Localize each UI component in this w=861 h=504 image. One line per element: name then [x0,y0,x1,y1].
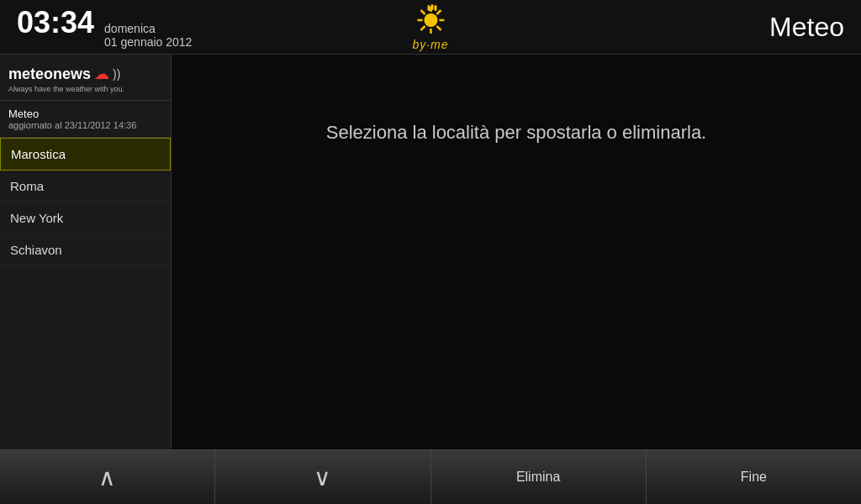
waves-icon: )) [113,67,120,81]
day-name: domenica [104,22,192,35]
location-item-new-york[interactable]: New York [0,202,171,234]
date-section: domenica 01 gennaio 2012 [104,22,192,49]
toolbar: Elimina Fine [0,449,861,504]
brand-name: meteonews [8,66,91,83]
location-list: MarosticaRomaNew YorkSchiavon [0,138,171,266]
clock-display: 03:34 [17,5,94,40]
location-item-marostica[interactable]: Marostica [0,138,171,171]
location-item-schiavon[interactable]: Schiavon [0,234,171,266]
sidebar: meteonews ☁ )) Always have the weather w… [0,55,172,449]
main-area: meteonews ☁ )) Always have the weather w… [0,55,861,449]
sidebar-brand: meteonews ☁ )) Always have the weather w… [0,55,171,101]
svg-line-5 [420,10,425,14]
svg-rect-10 [430,4,433,10]
delete-button[interactable]: Elimina [431,450,647,504]
move-down-button[interactable] [215,450,430,504]
status-updated: aggiornato al 23/11/2012 14:36 [8,120,162,130]
page-title: Meteo [769,12,844,43]
sidebar-status: Meteo aggiornato al 23/11/2012 14:36 [0,101,171,138]
logo-center: by·me [412,3,448,51]
logo-text: by·me [412,38,448,51]
move-up-button[interactable] [0,450,215,504]
delete-label: Elimina [516,470,560,485]
svg-point-0 [424,13,437,27]
chevron-up-icon [98,464,116,491]
brand-tagline: Always have the weather with you. [8,85,162,93]
svg-line-7 [436,10,441,14]
instruction-text: Seleziona la località per spostarla o el… [326,122,706,144]
cloud-icon: ☁ [94,65,109,83]
done-button[interactable]: Fine [647,450,861,504]
sun-logo-icon [414,3,447,38]
header: 03:34 domenica 01 gennaio 2012 [0,0,861,55]
svg-line-6 [436,26,441,30]
done-label: Fine [741,470,767,485]
location-item-roma[interactable]: Roma [0,171,171,202]
svg-rect-11 [434,5,436,11]
clock-section: 03:34 domenica 01 gennaio 2012 [17,5,192,49]
chevron-down-icon [314,464,331,491]
date-string: 01 gennaio 2012 [104,35,192,49]
svg-rect-9 [427,5,430,11]
status-label: Meteo [8,108,162,120]
svg-line-8 [420,26,425,30]
content-area: Seleziona la località per spostarla o el… [172,55,861,449]
meteonews-logo: meteonews ☁ )) [8,65,162,83]
